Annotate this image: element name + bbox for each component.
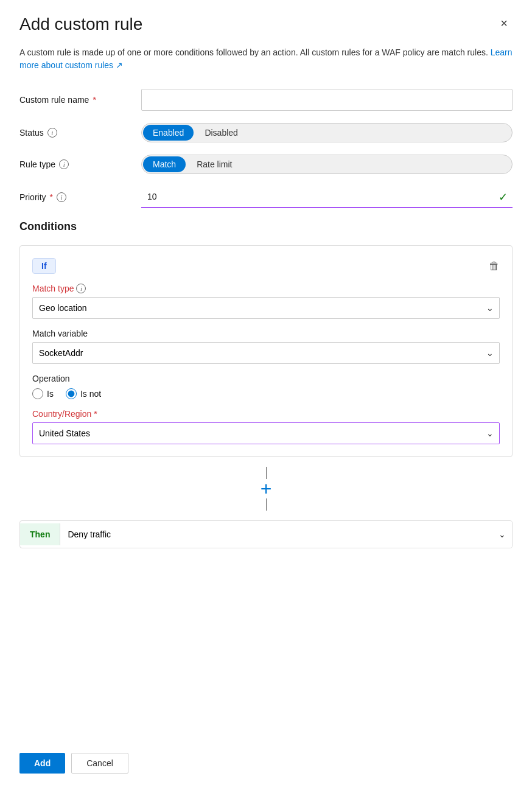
operation-radio-group: Is Is not (32, 388, 500, 399)
condition-header: If 🗑 (32, 258, 500, 274)
close-button[interactable]: × (495, 15, 513, 32)
match-type-dropdown-wrap: Geo location IP address Request method R… (32, 297, 500, 319)
then-badge: Then (20, 523, 60, 545)
conditions-section: Conditions If 🗑 Match type i Geo locatio… (19, 220, 513, 548)
priority-input-wrap: ✓ (141, 186, 513, 208)
then-action-dropdown[interactable]: Deny traffic Allow traffic Log (60, 521, 512, 548)
match-variable-label: Match variable (32, 329, 500, 338)
match-variable-dropdown-wrap: SocketAddr RemoteAddr RequestMethod ⌄ (32, 342, 500, 364)
rule-type-match-button[interactable]: Match (143, 156, 186, 172)
country-region-label: Country/Region * (32, 409, 500, 419)
operation-is-option[interactable]: Is (32, 388, 54, 399)
priority-label: Priority * i (19, 192, 141, 202)
connector-line-top (266, 467, 267, 479)
country-required-star: * (94, 409, 97, 419)
dialog-description: A custom rule is made up of one or more … (19, 46, 513, 72)
country-region-dropdown-wrap: United States Canada United Kingdom Germ… (32, 422, 500, 444)
custom-rule-name-wrap (141, 89, 513, 111)
priority-wrap: ✓ (141, 186, 513, 208)
country-region-section: Country/Region * United States Canada Un… (32, 409, 500, 444)
add-custom-rule-dialog: Add custom rule × A custom rule is made … (0, 0, 532, 793)
status-label: Status i (19, 128, 141, 138)
status-toggle-group: Enabled Disabled (141, 123, 513, 142)
priority-input[interactable] (141, 186, 513, 208)
rule-type-toggle-group: Match Rate limit (141, 155, 513, 174)
rule-type-label: Rule type i (19, 159, 141, 169)
status-enabled-button[interactable]: Enabled (143, 125, 194, 141)
then-row: Then Deny traffic Allow traffic Log ⌄ (19, 520, 513, 548)
country-region-dropdown[interactable]: United States Canada United Kingdom Germ… (32, 422, 500, 444)
operation-section: Operation Is Is not (32, 374, 500, 399)
match-type-label-row: Match type i (32, 284, 500, 293)
match-type-dropdown[interactable]: Geo location IP address Request method R… (32, 297, 500, 319)
operation-isnot-option[interactable]: Is not (66, 388, 101, 399)
delete-condition-button[interactable]: 🗑 (489, 260, 500, 273)
rule-type-info-icon: i (59, 159, 69, 169)
connector-section: + (19, 457, 513, 520)
condition-box: If 🗑 Match type i Geo location IP addres… (19, 245, 513, 457)
footer-buttons: Add Cancel (19, 733, 513, 774)
cancel-button[interactable]: Cancel (71, 753, 128, 774)
status-info-icon: i (47, 128, 57, 138)
dialog-header: Add custom rule × (19, 15, 513, 34)
priority-row: Priority * i ✓ (19, 186, 513, 208)
rule-type-toggle-wrap: Match Rate limit (141, 155, 513, 174)
operation-label: Operation (32, 374, 500, 383)
operation-isnot-radio[interactable] (66, 388, 77, 399)
custom-rule-name-label: Custom rule name * (19, 95, 141, 105)
rule-type-ratelimit-button[interactable]: Rate limit (187, 156, 242, 172)
match-variable-dropdown[interactable]: SocketAddr RemoteAddr RequestMethod (32, 342, 500, 364)
connector-line-bottom (266, 498, 267, 511)
then-action-wrap: Deny traffic Allow traffic Log ⌄ (60, 521, 512, 548)
status-toggle-wrap: Enabled Disabled (141, 123, 513, 142)
required-star: * (93, 95, 96, 105)
conditions-title: Conditions (19, 220, 513, 233)
operation-is-radio[interactable] (32, 388, 43, 399)
status-row: Status i Enabled Disabled (19, 123, 513, 142)
priority-required-star: * (50, 192, 53, 202)
add-button[interactable]: Add (19, 753, 65, 774)
add-condition-button[interactable]: + (256, 479, 276, 498)
custom-rule-name-row: Custom rule name * (19, 89, 513, 111)
external-link-icon: ↗ (116, 60, 123, 70)
if-badge: If (32, 258, 56, 274)
dialog-title: Add custom rule (19, 15, 142, 34)
custom-rule-name-input[interactable] (141, 89, 513, 111)
rule-type-row: Rule type i Match Rate limit (19, 155, 513, 174)
match-type-info-icon: i (76, 284, 86, 293)
priority-check-icon: ✓ (499, 190, 508, 204)
priority-info-icon: i (57, 192, 66, 202)
status-disabled-button[interactable]: Disabled (195, 125, 247, 141)
